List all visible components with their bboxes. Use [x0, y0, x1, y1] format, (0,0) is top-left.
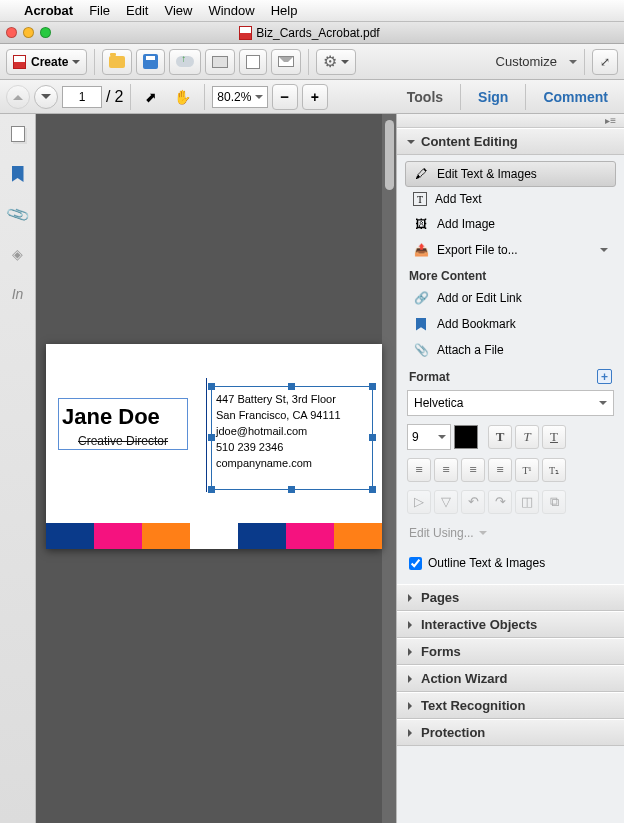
add-text-tool[interactable]: T Add Text — [405, 187, 616, 211]
resize-handle[interactable] — [208, 434, 215, 441]
crop-button[interactable]: ◫ — [515, 490, 539, 514]
scrollbar-thumb[interactable] — [385, 120, 394, 190]
customize-button[interactable]: Customize — [488, 54, 565, 69]
window-title: Biz_Cards_Acrobat.pdf — [256, 26, 379, 40]
comment-tab[interactable]: Comment — [533, 89, 618, 105]
rotate-ccw-button[interactable]: ↶ — [461, 490, 485, 514]
menu-file[interactable]: File — [89, 3, 110, 18]
font-size-select[interactable]: 9 — [407, 424, 451, 450]
accordion-interactive-objects[interactable]: Interactive Objects — [397, 611, 624, 638]
tools-tab[interactable]: Tools — [397, 89, 453, 105]
card-color-stripe — [46, 523, 382, 549]
create-button[interactable]: Create — [6, 49, 87, 75]
outline-checkbox[interactable] — [409, 557, 422, 570]
panel-options-button[interactable]: ▸≡ — [397, 114, 624, 128]
chevron-down-icon — [438, 435, 446, 443]
menu-window[interactable]: Window — [208, 3, 254, 18]
add-edit-link-tool[interactable]: 🔗 Add or Edit Link — [405, 285, 616, 311]
guide-line — [206, 378, 207, 492]
align-center-button[interactable]: ≡ — [434, 458, 458, 482]
attachments-button[interactable]: 📎 — [8, 204, 28, 224]
chevron-down-icon — [407, 140, 415, 148]
flip-vertical-button[interactable]: ▽ — [434, 490, 458, 514]
subscript-button[interactable]: T₁ — [542, 458, 566, 482]
menu-help[interactable]: Help — [271, 3, 298, 18]
signatures-button[interactable]: In — [8, 284, 28, 304]
email-button[interactable] — [271, 49, 301, 75]
chevron-down-icon — [255, 95, 263, 103]
zoom-window-button[interactable] — [40, 27, 51, 38]
superscript-button[interactable]: T¹ — [515, 458, 539, 482]
menu-view[interactable]: View — [164, 3, 192, 18]
attach-file-tool[interactable]: 📎 Attach a File — [405, 337, 616, 363]
add-text-icon: T — [413, 192, 427, 206]
pdf-file-icon — [239, 26, 252, 40]
add-image-tool[interactable]: 🖼 Add Image — [405, 211, 616, 237]
next-page-button[interactable] — [34, 85, 58, 109]
print-button[interactable] — [205, 49, 235, 75]
align-justify-button[interactable]: ≡ — [488, 458, 512, 482]
scrollbar-track[interactable] — [382, 114, 396, 823]
align-right-button[interactable]: ≡ — [461, 458, 485, 482]
bold-button[interactable]: T — [488, 425, 512, 449]
resize-handle[interactable] — [369, 434, 376, 441]
page-thumbnails-button[interactable] — [8, 124, 28, 144]
edit-text-images-tool[interactable]: 🖍 Edit Text & Images — [405, 161, 616, 187]
settings-menu-button[interactable]: ⚙ — [316, 49, 356, 75]
resize-handle[interactable] — [208, 486, 215, 493]
resize-handle[interactable] — [369, 486, 376, 493]
menu-edit[interactable]: Edit — [126, 3, 148, 18]
italic-button[interactable]: T — [515, 425, 539, 449]
text-color-swatch[interactable] — [454, 425, 478, 449]
resize-handle[interactable] — [369, 383, 376, 390]
export-file-tool[interactable]: 📤 Export File to... — [405, 237, 616, 263]
bookmarks-button[interactable] — [8, 164, 28, 184]
close-window-button[interactable] — [6, 27, 17, 38]
folder-open-icon — [109, 56, 125, 68]
pages-icon — [11, 126, 25, 142]
layers-button[interactable]: ◈ — [8, 244, 28, 264]
selection-tool-button[interactable]: ⬈ — [138, 84, 164, 110]
expand-icon: ⤢ — [600, 55, 610, 69]
page-number-input[interactable] — [62, 86, 102, 108]
pdf-page[interactable]: Jane Doe Creative Director 447 Battery S… — [46, 344, 382, 549]
cloud-save-button[interactable] — [169, 49, 201, 75]
fullscreen-button[interactable]: ⤢ — [592, 49, 618, 75]
open-button[interactable] — [102, 49, 132, 75]
minimize-window-button[interactable] — [23, 27, 34, 38]
printer-icon — [212, 56, 228, 68]
add-bookmark-tool[interactable]: Add Bookmark — [405, 311, 616, 337]
zoom-select[interactable]: 80.2% — [212, 86, 267, 108]
accordion-protection[interactable]: Protection — [397, 719, 624, 746]
zoom-out-button[interactable] — [272, 84, 298, 110]
align-left-button[interactable]: ≡ — [407, 458, 431, 482]
mac-menubar: Acrobat File Edit View Window Help — [0, 0, 624, 22]
accordion-text-recognition[interactable]: Text Recognition — [397, 692, 624, 719]
resize-handle[interactable] — [208, 383, 215, 390]
flip-horizontal-button[interactable]: ▷ — [407, 490, 431, 514]
document-viewport[interactable]: Jane Doe Creative Director 447 Battery S… — [36, 114, 396, 823]
chevron-down-icon — [479, 531, 487, 539]
accordion-pages[interactable]: Pages — [397, 584, 624, 611]
accordion-action-wizard[interactable]: Action Wizard — [397, 665, 624, 692]
selection-box[interactable] — [211, 386, 373, 490]
resize-handle[interactable] — [288, 383, 295, 390]
resize-handle[interactable] — [288, 486, 295, 493]
prev-page-button[interactable] — [6, 85, 30, 109]
edit-using-dropdown[interactable]: Edit Using... — [407, 522, 476, 544]
accordion-forms[interactable]: Forms — [397, 638, 624, 665]
hand-tool-button[interactable]: ✋ — [168, 84, 197, 110]
menu-acrobat[interactable]: Acrobat — [24, 3, 73, 18]
sign-tab[interactable]: Sign — [468, 89, 518, 105]
window-titlebar: Biz_Cards_Acrobat.pdf — [0, 22, 624, 44]
share-button[interactable] — [239, 49, 267, 75]
underline-button[interactable]: T — [542, 425, 566, 449]
save-button[interactable] — [136, 49, 165, 75]
accordion-content-editing[interactable]: Content Editing — [397, 128, 624, 155]
zoom-in-button[interactable] — [302, 84, 328, 110]
link-icon: 🔗 — [413, 290, 429, 306]
font-family-select[interactable]: Helvetica — [407, 390, 614, 416]
add-format-button[interactable]: + — [597, 369, 612, 384]
replace-image-button[interactable]: ⧉ — [542, 490, 566, 514]
rotate-cw-button[interactable]: ↷ — [488, 490, 512, 514]
